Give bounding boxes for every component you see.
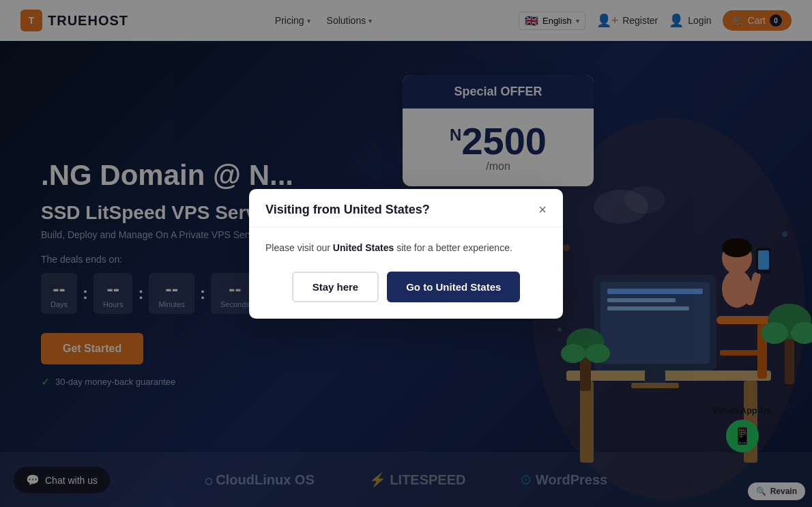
- modal-overlay: Visiting from United States? × Please vi…: [0, 0, 812, 507]
- modal-close-button[interactable]: ×: [538, 203, 547, 216]
- stay-here-button[interactable]: Stay here: [292, 272, 379, 302]
- modal-title: Visiting from United States?: [265, 203, 430, 217]
- modal-text: Please visit our United States site for …: [265, 241, 547, 255]
- modal-body: Please visit our United States site for …: [249, 227, 563, 319]
- go-to-us-button[interactable]: Go to United States: [387, 272, 520, 302]
- modal-actions: Stay here Go to United States: [265, 272, 547, 302]
- modal-dialog: Visiting from United States? × Please vi…: [249, 189, 563, 319]
- modal-header: Visiting from United States? ×: [249, 189, 563, 227]
